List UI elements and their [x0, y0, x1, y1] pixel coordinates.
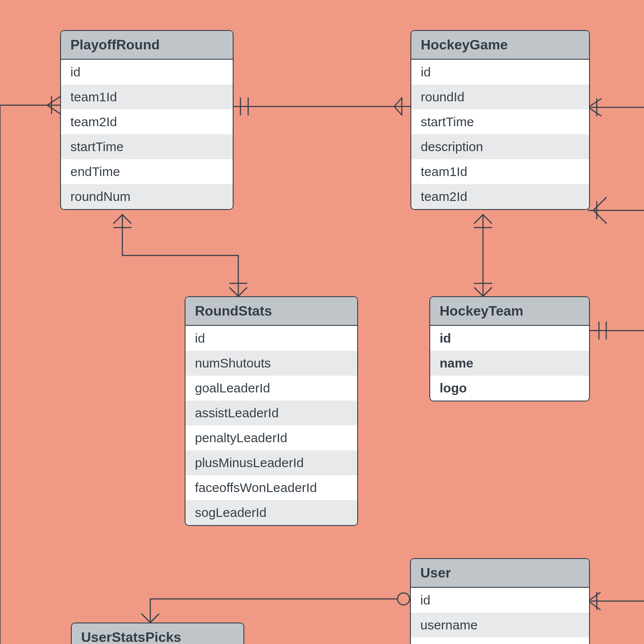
field: roundNum [61, 184, 233, 209]
entity-title: UserStatsPicks [72, 623, 243, 644]
field: team1Id [61, 85, 233, 109]
field: logo [430, 376, 589, 401]
field: penaltyLeaderId [185, 425, 357, 450]
svg-point-0 [398, 593, 410, 605]
field: id [430, 326, 589, 351]
field: id [61, 60, 233, 85]
field: startTime [61, 134, 233, 159]
field: password [411, 638, 589, 644]
field: endTime [61, 159, 233, 184]
field: id [185, 326, 357, 351]
entity-rows: id numShutouts goalLeaderId assistLeader… [185, 326, 357, 525]
entity-rows: id roundId startTime description team1Id… [411, 60, 589, 209]
entity-title: HockeyGame [411, 31, 589, 60]
entity-rows: id team1Id team2Id startTime endTime rou… [61, 60, 233, 209]
field: id [411, 588, 589, 613]
entity-playoffround[interactable]: PlayoffRound id team1Id team2Id startTim… [60, 30, 234, 210]
entity-roundstats[interactable]: RoundStats id numShutouts goalLeaderId a… [185, 296, 358, 526]
entity-title: PlayoffRound [61, 31, 233, 60]
field: name [430, 351, 589, 376]
field: team2Id [411, 184, 589, 209]
entity-title: HockeyTeam [430, 297, 589, 326]
field: numShutouts [185, 351, 357, 376]
entity-hockeygame[interactable]: HockeyGame id roundId startTime descript… [410, 30, 590, 210]
entity-userstatspicks[interactable]: UserStatsPicks [71, 623, 244, 644]
entity-rows: id name logo [430, 326, 589, 401]
entity-user[interactable]: User id username password [410, 558, 590, 644]
erd-canvas: PlayoffRound id team1Id team2Id startTim… [0, 0, 644, 644]
entity-hockeyteam[interactable]: HockeyTeam id name logo [429, 296, 590, 401]
entity-title: User [411, 559, 589, 588]
field: startTime [411, 109, 589, 134]
field: id [411, 60, 589, 85]
field: team2Id [61, 109, 233, 134]
field: sogLeaderId [185, 500, 357, 525]
field: goalLeaderId [185, 376, 357, 401]
field: faceoffsWonLeaderId [185, 475, 357, 500]
field: plusMinusLeaderId [185, 450, 357, 475]
entity-rows: id username password [411, 588, 589, 644]
entity-title: RoundStats [185, 297, 357, 326]
field: username [411, 613, 589, 638]
field: team1Id [411, 159, 589, 184]
field: assistLeaderId [185, 401, 357, 425]
field: description [411, 134, 589, 159]
field: roundId [411, 85, 589, 109]
